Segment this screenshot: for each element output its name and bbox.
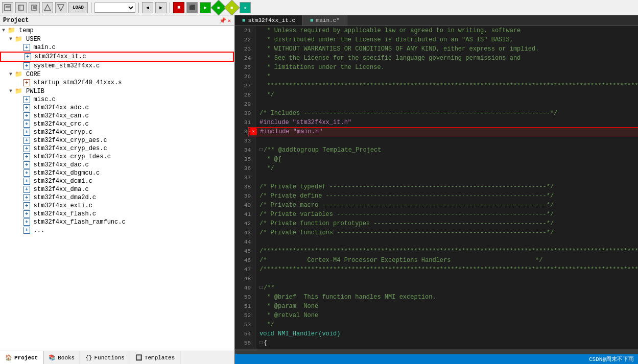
- tree-item[interactable]: ▼📁temp: [0, 26, 234, 35]
- code-line-text: /***************************************…: [259, 247, 638, 256]
- code-line: /* Cortex-M4 Processor Exceptions Handle…: [259, 256, 638, 265]
- run-btn[interactable]: ▶: [200, 2, 211, 13]
- download-btn[interactable]: ⬛: [186, 2, 198, 13]
- expand-icon: ▼: [9, 88, 12, 94]
- file-c-icon: +: [23, 112, 30, 119]
- tree-item[interactable]: ▼📁USER: [0, 35, 234, 43]
- tab-functions[interactable]: {} Functions: [80, 351, 130, 364]
- tree-item[interactable]: +stm32f4xx_cryp_tdes.c: [0, 153, 234, 161]
- svg-marker-7: [58, 5, 64, 11]
- close-panel-icon[interactable]: ✕: [227, 17, 231, 24]
- line-number: 38: [239, 182, 251, 191]
- file-c-icon: +: [23, 44, 30, 51]
- file-c-icon: +: [23, 161, 30, 168]
- tree-item[interactable]: +startup_stm32f40_41xxx.s: [0, 79, 234, 87]
- line-number: 42: [239, 219, 251, 228]
- tree-item[interactable]: +main.c: [0, 43, 234, 52]
- tree-item[interactable]: +stm32f4xx_exti.c: [0, 202, 234, 210]
- code-area: 2122232425262728293031323334353637383940…: [235, 26, 638, 349]
- line-number: 23: [239, 44, 251, 54]
- folder-icon: 📁: [15, 35, 22, 43]
- tree-item[interactable]: +stm32f4xx_cryp_aes.c: [0, 136, 234, 144]
- tree-item[interactable]: +stm32f4xx_flash.c: [0, 210, 234, 218]
- code-line: /***************************************…: [259, 265, 638, 274]
- tree-item[interactable]: +stm32f4xx_dma.c: [0, 185, 234, 193]
- tab-stm32f4xx-it[interactable]: ■ stm32f4xx_it.c: [235, 15, 303, 26]
- pin-icon[interactable]: 📌: [219, 17, 226, 24]
- tree-item[interactable]: +stm32f4xx_cryp_des.c: [0, 144, 234, 153]
- folder-icon: 📁: [15, 70, 22, 78]
- code-line: * @param None: [259, 302, 638, 311]
- toolbar-btn-1[interactable]: [2, 2, 13, 13]
- tree-item-label: stm32f4xx_cryp_aes.c: [34, 137, 107, 144]
- toolbar-btn-2[interactable]: [15, 2, 27, 13]
- fold-indicator[interactable]: □: [259, 338, 263, 348]
- code-line-text: * @brief This function handles NMI excep…: [259, 293, 436, 302]
- code-line-text: */: [259, 164, 274, 173]
- tree-item[interactable]: +stm32f4xx_dac.c: [0, 161, 234, 169]
- tab-books[interactable]: 📚 Books: [43, 351, 80, 364]
- line-number: 41: [239, 210, 251, 219]
- tree-item-label: misc.c: [34, 96, 56, 103]
- svg-rect-2: [18, 5, 23, 10]
- tree-item[interactable]: +stm32f4xx_crc.c: [0, 120, 234, 128]
- line-number: 21: [239, 26, 251, 35]
- tree-item[interactable]: ▼📁CORE: [0, 70, 234, 79]
- tree-item[interactable]: +stm32f4xx_dcmi.c: [0, 177, 234, 185]
- tree-item[interactable]: ▼📁PWLIB: [0, 87, 234, 95]
- toolbar-arrow-right[interactable]: ▶: [155, 2, 167, 13]
- code-line-text: /* Private variables -------------------…: [259, 210, 554, 219]
- toolbar-arrow-left[interactable]: ◀: [142, 2, 153, 13]
- project-selector[interactable]: temp: [94, 3, 135, 13]
- line-numbers: 2122232425262728293031323334353637383940…: [235, 26, 255, 349]
- line-number: 27: [239, 81, 251, 90]
- line-number: 28: [239, 90, 251, 100]
- line-number: 34: [239, 145, 251, 155]
- fold-indicator[interactable]: □: [259, 145, 263, 155]
- tree-item[interactable]: +system_stm32f4xx.c: [0, 62, 234, 70]
- tree-item[interactable]: +stm32f4xx_it.c: [0, 52, 234, 62]
- line-number: 29: [239, 100, 251, 109]
- file-c-icon: +: [23, 145, 30, 152]
- toolbar-btn-5[interactable]: [55, 2, 66, 13]
- line-number: 33: [239, 136, 251, 145]
- code-content[interactable]: * Unless required by applicable law or a…: [255, 26, 638, 349]
- tab-label-1: stm32f4xx_it.c: [248, 17, 295, 23]
- horizontal-scrollbar[interactable]: [235, 349, 638, 354]
- tree-item[interactable]: +stm32f4xx_dbgmcu.c: [0, 169, 234, 177]
- tab-project[interactable]: 🏠 Project: [0, 351, 43, 364]
- tree-item-label: stm32f4xx_flash_ramfunc.c: [34, 219, 126, 226]
- tree-item-label: system_stm32f4xx.c: [34, 62, 100, 69]
- tree-item[interactable]: +misc.c: [0, 95, 234, 104]
- panel-header-icons: 📌 ✕: [219, 17, 231, 24]
- tree-item[interactable]: +stm32f4xx_can.c: [0, 112, 234, 120]
- expand-icon: ▼: [2, 28, 5, 33]
- fold-indicator[interactable]: □: [259, 283, 263, 293]
- tree-item[interactable]: +...: [0, 226, 234, 234]
- file-c-icon: +: [25, 53, 31, 60]
- star-btn[interactable]: ★: [240, 2, 251, 13]
- code-line-text: #include "main.h": [260, 127, 322, 136]
- tree-item[interactable]: +stm32f4xx_cryp.c: [0, 128, 234, 136]
- folder-icon: 📁: [8, 27, 15, 34]
- toolbar-btn-3[interactable]: [29, 2, 40, 13]
- tree-item[interactable]: +stm32f4xx_flash_ramfunc.c: [0, 218, 234, 226]
- code-line-text: /* Private define ----------------------…: [259, 191, 554, 201]
- stop-btn[interactable]: ■: [173, 2, 184, 13]
- line-number: 40: [239, 201, 251, 210]
- step-btn[interactable]: ◆: [224, 0, 240, 15]
- tree-item[interactable]: +stm32f4xx_adc.c: [0, 104, 234, 112]
- tree-item[interactable]: +stm32f4xx_dma2d.c: [0, 193, 234, 202]
- code-line-text: /***************************************…: [259, 265, 638, 274]
- code-line: [259, 136, 638, 145]
- tree-item-label: stm32f4xx_exti.c: [34, 202, 92, 209]
- code-line: /* Private define ----------------------…: [259, 191, 638, 201]
- tab-main-c[interactable]: ■ main.c*: [303, 15, 347, 26]
- functions-tab-icon: {}: [85, 355, 92, 361]
- toolbar-btn-4[interactable]: [42, 2, 53, 13]
- code-line-text: /* Private functions -------------------…: [259, 228, 554, 237]
- tab-templates[interactable]: 🔲 Templates: [130, 351, 180, 364]
- code-line-text: #include "stm32f4xx_it.h": [259, 118, 351, 127]
- code-line: * limitations under the License.: [259, 63, 638, 72]
- load-btn[interactable]: LOAD: [68, 2, 88, 13]
